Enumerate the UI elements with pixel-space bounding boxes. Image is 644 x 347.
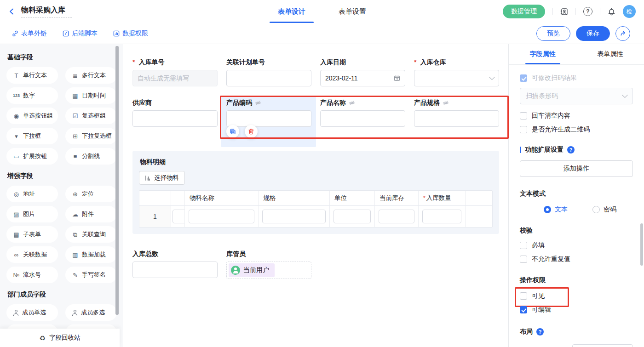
form-external-link[interactable]: 表单外链 bbox=[12, 29, 47, 38]
sidebar-item-data-load[interactable]: ▥数据加载 bbox=[65, 246, 117, 263]
product-name-input[interactable] bbox=[320, 110, 405, 127]
field-total[interactable]: 入库总数 bbox=[132, 250, 218, 279]
sidebar-item-multi-line-text[interactable]: ≣多行文本 bbox=[65, 67, 117, 84]
sidebar-scrollbar[interactable] bbox=[115, 46, 119, 315]
select-material-button[interactable]: 选择物料 bbox=[139, 171, 185, 185]
help-badge-icon[interactable]: ? bbox=[567, 146, 575, 154]
radio-selected[interactable] bbox=[544, 206, 551, 213]
notification-bell-icon[interactable] bbox=[608, 8, 615, 16]
field-product-name[interactable]: 产品名称 bbox=[320, 99, 405, 140]
sidebar-item-related-data[interactable]: ∞关联数据 bbox=[6, 246, 58, 263]
radio-unselected[interactable] bbox=[592, 206, 600, 213]
field-label: 入库日期 bbox=[320, 59, 405, 66]
layout-width-select[interactable]: 1/4 bbox=[572, 344, 633, 347]
text-mode-title: 文本模式 bbox=[520, 190, 633, 198]
field-plan-no[interactable]: 关联计划单号 bbox=[226, 59, 311, 86]
dropdown-icon: ▾ bbox=[13, 133, 20, 139]
field-warehouse[interactable]: 入库仓库 bbox=[414, 59, 499, 86]
save-button[interactable]: 保存 bbox=[576, 26, 610, 41]
tab-field-properties[interactable]: 字段属性 bbox=[509, 44, 576, 64]
field-recycle-bin[interactable]: ♻ 字段回收站 bbox=[0, 329, 120, 347]
total-input[interactable] bbox=[132, 262, 218, 278]
checkbox-unchecked[interactable] bbox=[520, 126, 527, 133]
checkbox-checked[interactable] bbox=[520, 306, 527, 313]
sidebar-item-number[interactable]: 123数字 bbox=[6, 87, 58, 104]
calendar-icon bbox=[394, 75, 400, 81]
field-product-spec[interactable]: 产品规格 bbox=[414, 99, 499, 140]
clipped-input[interactable] bbox=[172, 210, 184, 223]
editable-checkbox[interactable]: 可编辑 bbox=[520, 306, 633, 314]
copy-icon bbox=[230, 128, 236, 135]
panel-scrollbar[interactable] bbox=[640, 223, 643, 266]
current-stock-input[interactable] bbox=[379, 210, 414, 223]
material-name-input[interactable] bbox=[189, 210, 254, 223]
checkbox-unchecked[interactable] bbox=[520, 242, 527, 249]
form-title[interactable]: 物料采购入库 bbox=[21, 6, 72, 18]
add-action-button[interactable]: 添加操作 bbox=[520, 160, 633, 177]
visible-checkbox[interactable]: 可见 bbox=[520, 292, 633, 300]
sidebar-item-member-multi[interactable]: 成员多选 bbox=[65, 304, 117, 321]
plan-no-input[interactable] bbox=[226, 70, 311, 86]
required-checkbox[interactable]: 必填 bbox=[520, 241, 633, 250]
sidebar-item-attachment[interactable]: ☁附件 bbox=[65, 206, 117, 222]
checkbox-unchecked[interactable] bbox=[520, 256, 527, 263]
copy-field-button[interactable] bbox=[226, 125, 239, 138]
checkbox-unchecked[interactable] bbox=[520, 112, 527, 119]
sidebar-item-image[interactable]: ▨图片 bbox=[6, 206, 58, 222]
back-button[interactable] bbox=[8, 8, 16, 15]
sidebar-item-datetime[interactable]: ▦日期时间 bbox=[65, 87, 117, 104]
sidebar-item-location[interactable]: ⊕定位 bbox=[65, 186, 117, 202]
data-permission-link[interactable]: 数据权限 bbox=[113, 29, 148, 38]
contacts-icon[interactable] bbox=[560, 8, 568, 16]
inbound-qty-input[interactable] bbox=[422, 210, 461, 223]
sidebar-item-member-single[interactable]: 成员单选 bbox=[6, 304, 58, 321]
sidebar-item-serial-number[interactable]: №流水号 bbox=[6, 267, 58, 283]
field-receipt-no[interactable]: 入库单号 bbox=[132, 59, 218, 86]
tab-form-settings[interactable]: 表单设置 bbox=[337, 0, 368, 23]
user-avatar[interactable]: 检 bbox=[623, 5, 636, 18]
sidebar-item-extend-button[interactable]: ▭扩展按钮 bbox=[6, 148, 58, 165]
field-product-code-selected[interactable]: 产品编码 bbox=[226, 99, 311, 140]
material-detail-subform[interactable]: 物料明细 选择物料 物料名称 规格 单位 当前库存 入库数量 1 bbox=[132, 151, 499, 234]
number-icon: 123 bbox=[13, 94, 20, 98]
field-keeper[interactable]: 库管员 当前用户 bbox=[226, 250, 311, 279]
radio-text[interactable]: 文本 bbox=[544, 205, 568, 214]
sidebar-item-signature[interactable]: ✎手写签名 bbox=[65, 267, 117, 283]
sidebar-item-multi-dropdown[interactable]: ⊞下拉复选框 bbox=[65, 128, 117, 144]
no-duplicate-checkbox[interactable]: 不允许重复值 bbox=[520, 255, 633, 263]
backend-script-link[interactable]: 后端脚本 bbox=[63, 29, 98, 38]
data-manage-button[interactable]: 数据管理 bbox=[503, 5, 545, 18]
field-supplier[interactable]: 供应商 bbox=[132, 99, 218, 140]
field-inbound-date[interactable]: 入库日期 2023-02-11 bbox=[320, 59, 405, 86]
radio-password[interactable]: 密码 bbox=[592, 205, 616, 214]
product-spec-input[interactable] bbox=[414, 110, 499, 127]
allow-qrcode-checkbox[interactable]: 是否允许生成二维码 bbox=[520, 125, 633, 134]
sidebar-item-radio-group[interactable]: ◉单选按钮组 bbox=[6, 108, 58, 124]
sidebar-item-checkbox-group[interactable]: ☑复选框组 bbox=[65, 108, 117, 124]
share-button[interactable] bbox=[615, 26, 630, 41]
related-query-icon: ⧉ bbox=[72, 232, 79, 238]
spec-input[interactable] bbox=[262, 210, 326, 223]
help-badge-icon[interactable]: ? bbox=[536, 328, 544, 336]
sidebar-item-related-query[interactable]: ⧉关联查询 bbox=[65, 226, 117, 243]
sidebar-item-divider[interactable]: ≡分割线 bbox=[65, 148, 117, 165]
tab-form-design[interactable]: 表单设计 bbox=[276, 0, 307, 23]
supplier-input[interactable] bbox=[132, 110, 218, 127]
tab-form-properties[interactable]: 表单属性 bbox=[576, 44, 644, 64]
sidebar-item-dropdown[interactable]: ▾下拉框 bbox=[6, 128, 58, 144]
date-input[interactable]: 2023-02-11 bbox=[320, 70, 405, 86]
warehouse-select[interactable] bbox=[414, 70, 499, 86]
keeper-member-picker[interactable]: 当前用户 bbox=[226, 262, 311, 279]
cell-current-stock bbox=[374, 206, 418, 227]
checkbox-unchecked[interactable] bbox=[520, 292, 527, 300]
preview-button[interactable]: 预览 bbox=[536, 26, 570, 41]
sidebar-item-subform[interactable]: ▤子表单 bbox=[6, 226, 58, 243]
unit-input[interactable] bbox=[334, 210, 371, 223]
product-code-input[interactable] bbox=[226, 110, 311, 127]
delete-field-button[interactable] bbox=[245, 125, 258, 138]
sidebar-item-address[interactable]: ◎地址 bbox=[6, 186, 58, 202]
enter-clear-checkbox[interactable]: 回车清空内容 bbox=[520, 112, 633, 120]
sidebar-item-single-line-text[interactable]: T单行文本 bbox=[6, 67, 58, 84]
help-icon[interactable]: ? bbox=[583, 7, 592, 16]
cloud-icon: ☁ bbox=[72, 211, 79, 217]
